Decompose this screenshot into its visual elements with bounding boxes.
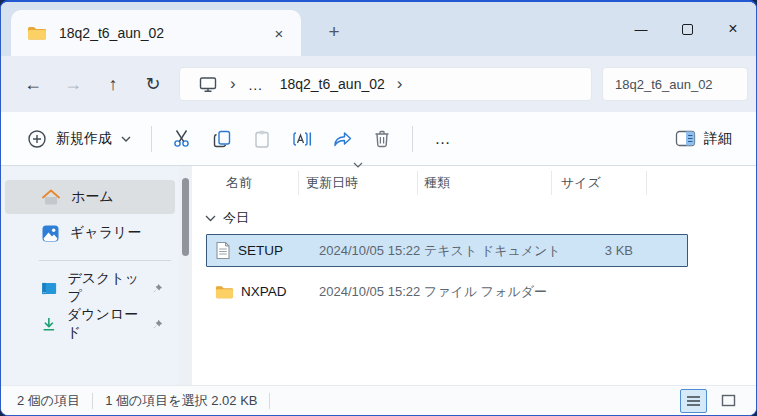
refresh-button[interactable]: ↻: [133, 66, 173, 102]
details-pane-icon: [675, 130, 696, 147]
new-tab-button[interactable]: +: [315, 15, 353, 49]
window-controls: — ×: [618, 2, 756, 56]
file-modified: 2024/10/05 15:22: [319, 284, 424, 299]
download-icon: [41, 315, 57, 333]
more-options-button[interactable]: …: [423, 120, 463, 158]
breadcrumb[interactable]: › … 18q2_t6_aun_02 ›: [179, 67, 592, 101]
new-item-button[interactable]: 新規作成: [17, 120, 141, 158]
view-toggle-group: [680, 389, 742, 413]
details-label: 詳細: [704, 130, 732, 148]
view-details-pane-button[interactable]: 詳細: [667, 120, 740, 158]
sidebar-item-gallery[interactable]: ギャラリー: [5, 216, 175, 250]
maximize-icon: [682, 24, 693, 35]
file-modified: 2024/10/05 15:22: [319, 243, 424, 258]
pin-icon: [152, 282, 163, 295]
pin-icon: [152, 318, 163, 331]
breadcrumb-folder[interactable]: 18q2_t6_aun_02: [272, 70, 393, 98]
minimize-button[interactable]: —: [618, 2, 664, 56]
rename-icon: [291, 129, 313, 149]
maximize-button[interactable]: [664, 2, 710, 56]
plus-circle-icon: [27, 129, 47, 149]
forward-icon: →: [64, 74, 82, 94]
clipboard-icon: [252, 129, 272, 149]
large-icons-view-button[interactable]: [715, 389, 742, 413]
this-pc-crumb[interactable]: [190, 70, 226, 98]
command-bar: 新規作成: [1, 112, 756, 166]
folder-icon: [215, 284, 234, 300]
folder-icon: [27, 25, 47, 41]
chevron-down-icon: [121, 136, 131, 142]
close-button[interactable]: ×: [710, 2, 756, 56]
column-header-size[interactable]: サイズ: [552, 171, 647, 195]
scrollbar-thumb[interactable]: [182, 178, 189, 256]
file-type: テキスト ドキュメント: [424, 242, 574, 260]
chevron-down-icon: [205, 215, 216, 222]
file-size: 3 KB: [574, 243, 644, 258]
toolbar-divider: [412, 126, 413, 152]
group-label: 今日: [223, 209, 249, 227]
sidebar-item-label: ギャラリー: [70, 224, 141, 242]
breadcrumb-chevron-icon[interactable]: ›: [393, 74, 407, 94]
copy-button[interactable]: [202, 120, 242, 158]
monitor-icon: [198, 76, 218, 93]
back-button[interactable]: ←: [13, 66, 53, 102]
selection-info: 1 個の項目を選択 2.02 KB: [105, 392, 257, 410]
column-headers: 名前 更新日時 種類 サイズ: [192, 166, 756, 200]
explorer-tab[interactable]: 18q2_t6_aun_02 ×: [11, 10, 301, 56]
up-icon: ↑: [109, 74, 118, 94]
file-name: NXPAD: [241, 284, 287, 299]
column-header-type[interactable]: 種類: [418, 171, 552, 195]
share-button[interactable]: [322, 120, 362, 158]
rename-button[interactable]: [282, 120, 322, 158]
sidebar-item-label: デスクトップ: [67, 270, 141, 306]
toolbar-divider: [151, 126, 152, 152]
breadcrumb-chevron-icon[interactable]: ›: [226, 74, 240, 94]
sidebar-item-desktop[interactable]: デスクトップ: [5, 271, 175, 305]
forward-button[interactable]: →: [53, 66, 93, 102]
status-divider: [92, 393, 93, 409]
sidebar-scrollbar[interactable]: [179, 166, 192, 385]
file-name: SETUP: [238, 243, 283, 258]
up-button[interactable]: ↑: [93, 66, 133, 102]
large-icons-view-icon: [721, 394, 736, 407]
paste-button[interactable]: [242, 120, 282, 158]
tab-title: 18q2_t6_aun_02: [59, 25, 265, 41]
status-bar: 2 個の項目 1 個の項目を選択 2.02 KB: [1, 385, 756, 415]
desktop-icon: [41, 280, 57, 297]
sidebar-item-home[interactable]: ホーム: [5, 180, 175, 214]
group-header-today[interactable]: 今日: [192, 209, 756, 227]
content-area: ホーム ギャラリー デスクトップ: [1, 166, 756, 385]
column-header-modified[interactable]: 更新日時: [299, 171, 418, 195]
minimize-icon: —: [635, 22, 648, 37]
home-icon: [41, 188, 61, 206]
share-icon: [332, 129, 353, 149]
status-divider: [269, 393, 270, 409]
tab-close-button[interactable]: ×: [265, 19, 293, 47]
refresh-icon: ↻: [145, 74, 160, 94]
file-type: ファイル フォルダー: [424, 283, 574, 301]
address-bar: ← → ↑ ↻ › … 18q2_t6_aun_02 ›: [1, 56, 756, 112]
file-row-nxpad[interactable]: NXPAD 2024/10/05 15:22 ファイル フォルダー: [206, 275, 688, 308]
back-icon: ←: [24, 74, 42, 94]
search-input[interactable]: [602, 67, 748, 101]
sidebar-divider: [39, 260, 171, 261]
file-rows: SETUP 2024/10/05 15:22 テキスト ドキュメント 3 KB …: [192, 234, 756, 308]
item-count: 2 個の項目: [17, 392, 80, 410]
breadcrumb-ellipsis[interactable]: …: [240, 70, 272, 98]
sidebar-item-downloads[interactable]: ダウンロード: [5, 307, 175, 341]
scissors-icon: [172, 128, 193, 149]
navigation-pane: ホーム ギャラリー デスクトップ: [1, 166, 179, 385]
file-row-setup[interactable]: SETUP 2024/10/05 15:22 テキスト ドキュメント 3 KB: [206, 234, 688, 267]
delete-button[interactable]: [362, 120, 402, 158]
sidebar-item-label: ダウンロード: [67, 306, 142, 342]
trash-icon: [372, 129, 392, 149]
new-item-label: 新規作成: [56, 130, 112, 148]
file-list-pane: 名前 更新日時 種類 サイズ 今日: [192, 166, 756, 385]
cut-button[interactable]: [162, 120, 202, 158]
column-header-name[interactable]: 名前: [192, 171, 299, 195]
file-explorer-window: 18q2_t6_aun_02 × + — × ← → ↑ ↻ › … 18: [0, 0, 757, 416]
gallery-icon: [41, 224, 60, 243]
copy-icon: [212, 129, 232, 149]
details-view-button[interactable]: [680, 389, 707, 413]
text-document-icon: [215, 241, 231, 260]
